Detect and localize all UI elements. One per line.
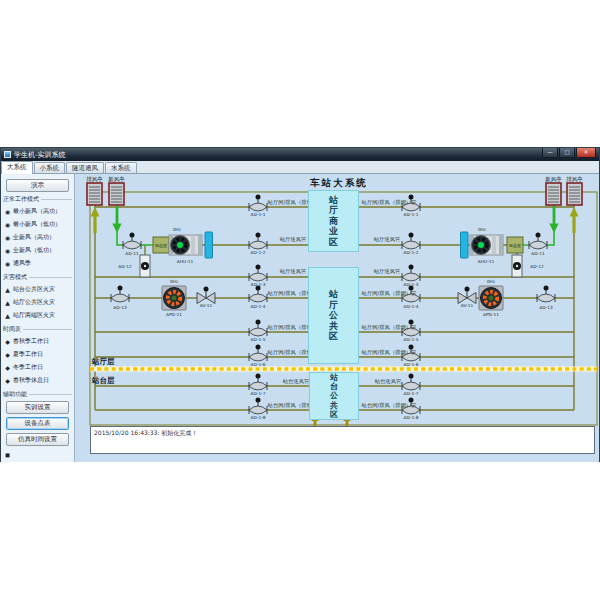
schedule-icon: ◆ bbox=[4, 377, 11, 384]
damper-code: AD-1-5 bbox=[404, 337, 419, 342]
pavilion-label: 排风亭 bbox=[566, 176, 583, 182]
freq-label: 0Hz bbox=[170, 279, 179, 284]
freq-label: 0Hz bbox=[173, 227, 182, 232]
damper-left-r2[interactable] bbox=[249, 233, 267, 250]
maximize-button[interactable]: □ bbox=[559, 148, 575, 158]
sidebar: 演示 正常工作模式 ◉最小新风（高功） ◉最小新风（低功） ◉全新风（高功） ◉… bbox=[1, 174, 75, 462]
window-body: 演示 正常工作模式 ◉最小新风（高功） ◉最小新风（低功） ◉全新风（高功） ◉… bbox=[1, 174, 599, 462]
damper-code: AD-11 bbox=[531, 251, 545, 256]
damper-left-r7[interactable] bbox=[249, 374, 267, 391]
schedule-item-spring-autumn-restday[interactable]: ◆春秋季休息日 bbox=[1, 374, 74, 387]
damper-left-r3[interactable] bbox=[249, 265, 267, 282]
damper-code: AD-1-8 bbox=[251, 415, 266, 420]
mode-item-full-fresh-high[interactable]: ◉全新风（高功） bbox=[1, 231, 74, 244]
damper-left-r1[interactable] bbox=[249, 195, 267, 212]
training-settings-button[interactable]: 实训设置 bbox=[6, 401, 69, 414]
schedule-icon: ◆ bbox=[4, 364, 11, 371]
damper-code: AD-13 bbox=[113, 305, 127, 310]
silencer-left bbox=[205, 232, 213, 258]
duct-label: 站台回/排风（排烟）管 bbox=[362, 402, 417, 409]
damper-code: AD-1-7 bbox=[251, 391, 266, 396]
clipped-bottom-item[interactable]: ◼ bbox=[1, 449, 74, 460]
damper-right-r7[interactable] bbox=[402, 374, 420, 391]
tab-tunnel-ventilation[interactable]: 隧道通风 bbox=[66, 162, 104, 173]
damper-code: AD-1-4 bbox=[251, 304, 266, 309]
freq-label: 0Hz bbox=[487, 279, 496, 284]
return-fan-duct-left[interactable] bbox=[140, 255, 150, 277]
item-label: 春秋季休息日 bbox=[13, 376, 49, 385]
close-button[interactable]: ✕ bbox=[576, 148, 596, 158]
damper-code: AD-1-1 bbox=[251, 212, 266, 217]
fire-item-hall-public[interactable]: ▲站厅公共区火灾 bbox=[1, 296, 74, 309]
damper-code: AD-1-6 bbox=[404, 362, 419, 367]
butterfly-valve-left[interactable] bbox=[197, 287, 215, 304]
demo-button[interactable]: 演示 bbox=[6, 179, 69, 192]
damper-right-r3[interactable] bbox=[402, 265, 420, 282]
duct-label: 站厅回/排风（排烟）管 bbox=[362, 324, 417, 331]
mode-item-ventilation-season[interactable]: ◉通风季 bbox=[1, 257, 74, 270]
event-log[interactable]: 2015/10/20 16:43:33: 初始化完成！ bbox=[90, 426, 595, 454]
damper-right-r2[interactable] bbox=[402, 233, 420, 250]
fan-mode-icon: ◉ bbox=[4, 208, 11, 215]
damper-code: AD-1-8 bbox=[404, 415, 419, 420]
damper-left-r8[interactable] bbox=[249, 398, 267, 415]
fan-code: APG-11 bbox=[166, 312, 182, 317]
schedule-item-winter-workday[interactable]: ◆冬季工作日 bbox=[1, 361, 74, 374]
fire-item-platform-public[interactable]: ▲站台公共区火灾 bbox=[1, 283, 74, 296]
fresh-pavilion-left-icon bbox=[109, 183, 124, 205]
fresh-air-damper-left[interactable] bbox=[123, 233, 141, 250]
simulation-time-button[interactable]: 仿真时间设置 bbox=[6, 433, 69, 446]
fire-icon: ▲ bbox=[4, 286, 11, 293]
duct-label: 站厅回/排风（排烟）管 bbox=[362, 349, 417, 356]
exhaust-damper-left[interactable] bbox=[111, 286, 129, 303]
ahu-code: AHU-11 bbox=[478, 259, 495, 264]
zone-label: 站厅商业区 bbox=[329, 195, 339, 248]
duct-label: 站厅回/排风（排烟）管 bbox=[362, 290, 417, 297]
fire-item-hall-ends[interactable]: ▲站厅两端区火灾 bbox=[1, 309, 74, 322]
schedule-item-summer-workday[interactable]: ◆夏季工作日 bbox=[1, 348, 74, 361]
log-entry: 2015/10/20 16:43:33: 初始化完成！ bbox=[94, 429, 197, 436]
schedule-item-spring-autumn-workday[interactable]: ◆春秋季工作日 bbox=[1, 335, 74, 348]
zone-label: 站厅公共区 bbox=[329, 289, 339, 342]
section-title: 正常工作模式 bbox=[3, 195, 39, 204]
tab-water-system[interactable]: 水系统 bbox=[105, 162, 137, 173]
app-window: 学生机-实训系统 — □ ✕ 大系统 小系统 隧道通风 水系统 演示 正常工作模… bbox=[0, 147, 600, 462]
return-exhaust-fan-right[interactable] bbox=[479, 286, 503, 310]
damper-left-r5[interactable] bbox=[249, 320, 267, 337]
ahu-right[interactable] bbox=[470, 235, 503, 255]
section-title: 灾害模式 bbox=[3, 273, 27, 282]
section-title: 辅助功能 bbox=[3, 390, 27, 399]
damper-left-r6[interactable] bbox=[249, 345, 267, 362]
duct-label: 站台送风管 bbox=[283, 378, 309, 385]
mode-item-min-fresh-low[interactable]: ◉最小新风（低功） bbox=[1, 218, 74, 231]
tab-small-system[interactable]: 小系统 bbox=[34, 162, 66, 173]
diagram-canvas: 车站大系统 排风亭 新风亭 新风亭 排风亭 站厅层 站台层 站厅回/排风（排烟）… bbox=[75, 174, 599, 462]
return-exhaust-fan-left[interactable] bbox=[162, 286, 186, 310]
window-title: 学生机-实训系统 bbox=[14, 150, 66, 160]
exhaust-damper-right[interactable] bbox=[537, 286, 555, 303]
minimize-button[interactable]: — bbox=[542, 148, 558, 158]
section-title: 时间表 bbox=[3, 325, 21, 334]
ahu-left[interactable] bbox=[169, 235, 202, 255]
fan-mode-icon: ◉ bbox=[4, 260, 11, 267]
mode-item-full-fresh-low[interactable]: ◉全新风（低功） bbox=[1, 244, 74, 257]
tab-bar: 大系统 小系统 隧道通风 水系统 bbox=[1, 161, 599, 174]
damper-code: AD-12 bbox=[118, 264, 132, 269]
fan-mode-icon: ◉ bbox=[4, 247, 11, 254]
tab-large-system[interactable]: 大系统 bbox=[1, 161, 33, 174]
freq-label: 0Hz bbox=[478, 227, 487, 232]
damper-code: AD-1-5 bbox=[251, 337, 266, 342]
duct-label: 站厅回/排风（排烟）管 bbox=[362, 199, 417, 206]
item-label: 最小新风（高功） bbox=[13, 207, 61, 216]
item-label: 夏季工作日 bbox=[13, 350, 43, 359]
fresh-air-damper-right[interactable] bbox=[529, 233, 547, 250]
mode-item-min-fresh-high[interactable]: ◉最小新风（高功） bbox=[1, 205, 74, 218]
damper-left-r4[interactable] bbox=[249, 286, 267, 303]
mixing-box-label: 混合室 bbox=[155, 243, 168, 248]
pavilion-label: 排风亭 bbox=[86, 176, 103, 182]
return-fan-duct-right[interactable] bbox=[512, 255, 522, 277]
message-icon: ◼ bbox=[4, 451, 11, 458]
device-point-table-button[interactable]: 设备点表 bbox=[6, 417, 69, 430]
damper-code: AD-1-2 bbox=[251, 250, 266, 255]
butterfly-valve-right[interactable] bbox=[458, 287, 476, 304]
